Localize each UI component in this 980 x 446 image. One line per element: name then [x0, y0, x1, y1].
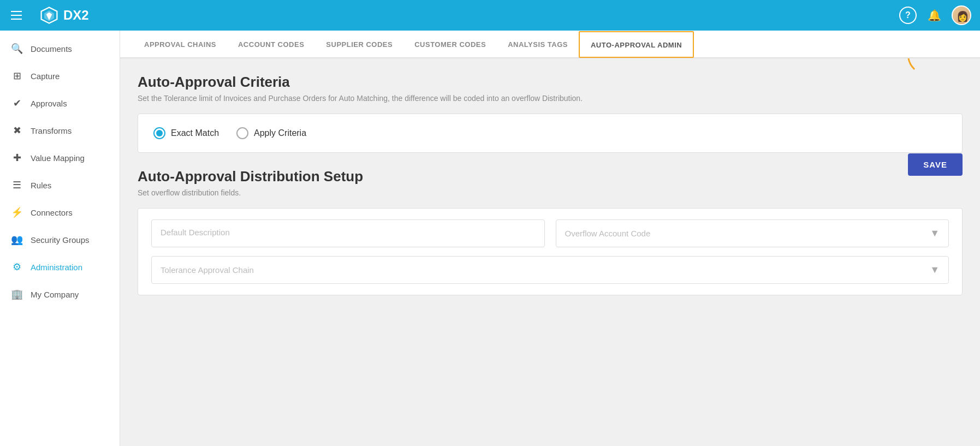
app-logo: DX2 — [39, 5, 89, 25]
sidebar-item-value-mapping[interactable]: ✚ Value Mapping — [0, 144, 120, 171]
value-mapping-icon: ✚ — [11, 152, 23, 164]
sidebar-item-documents[interactable]: 🔍 Documents — [0, 35, 120, 62]
sidebar-label-capture: Capture — [31, 72, 60, 81]
sidebar-label-rules: Rules — [31, 181, 51, 190]
save-button[interactable]: SAVE — [908, 153, 963, 176]
tab-analysis-tags[interactable]: ANALYSIS TAGS — [497, 31, 579, 58]
sidebar-item-connectors[interactable]: ⚡ Connectors — [0, 199, 120, 226]
sidebar-label-transforms: Transforms — [31, 126, 72, 135]
page-content: SAVE Auto-Approval Criteria Set the Tole… — [120, 58, 980, 446]
hamburger-menu[interactable] — [9, 9, 24, 22]
approvals-icon: ✔ — [11, 97, 23, 109]
apply-criteria-label: Apply Criteria — [254, 128, 306, 138]
sidebar: 🔍 Documents ⊞ Capture ✔ Approvals ✖ Tran… — [0, 31, 120, 446]
sidebar-item-administration[interactable]: ⚙ Administration — [0, 253, 120, 281]
sidebar-label-my-company: My Company — [31, 290, 79, 299]
sidebar-label-administration: Administration — [31, 263, 82, 272]
criteria-radio-group: Exact Match Apply Criteria — [153, 127, 947, 139]
apply-criteria-option[interactable]: Apply Criteria — [236, 127, 306, 139]
administration-icon: ⚙ — [11, 261, 23, 273]
sidebar-item-transforms[interactable]: ✖ Transforms — [0, 117, 120, 144]
tolerance-chain-field[interactable]: Tolerance Approval Chain ▼ — [151, 256, 949, 284]
sidebar-label-security-groups: Security Groups — [31, 235, 90, 245]
criteria-subtitle: Set the Tolerance limit of Invoices and … — [138, 94, 963, 103]
tab-approval-chains[interactable]: APPROVAL CHAINS — [133, 31, 227, 58]
sidebar-item-rules[interactable]: ☰ Rules — [0, 171, 120, 199]
sidebar-item-security-groups[interactable]: 👥 Security Groups — [0, 226, 120, 253]
notifications-button[interactable]: 🔔 — [925, 7, 943, 24]
transforms-icon: ✖ — [11, 124, 23, 136]
top-navigation: DX2 ? 🔔 👩 — [0, 0, 980, 31]
help-button[interactable]: ? — [899, 7, 917, 24]
documents-icon: 🔍 — [11, 43, 23, 55]
rules-icon: ☰ — [11, 179, 23, 191]
sidebar-label-connectors: Connectors — [31, 208, 73, 217]
logo-icon — [39, 5, 59, 25]
user-avatar[interactable]: 👩 — [952, 5, 971, 25]
tolerance-chain-dropdown-arrow: ▼ — [930, 264, 940, 276]
logo-text: DX2 — [63, 8, 89, 23]
tab-auto-approval-admin[interactable]: AUTO-APPROVAL ADMIN — [579, 31, 694, 58]
sidebar-label-documents: Documents — [31, 44, 72, 53]
sidebar-item-capture[interactable]: ⊞ Capture — [0, 62, 120, 90]
tolerance-chain-placeholder: Tolerance Approval Chain — [161, 265, 254, 275]
exact-match-option[interactable]: Exact Match — [153, 127, 219, 139]
capture-icon: ⊞ — [11, 70, 23, 82]
tab-account-codes[interactable]: ACCOUNT CODES — [227, 31, 315, 58]
criteria-section-header: Auto-Approval Criteria Set the Tolerance… — [138, 74, 963, 103]
tab-supplier-codes[interactable]: SUPPLIER CODES — [315, 31, 403, 58]
my-company-icon: 🏢 — [11, 288, 23, 300]
tabs-bar: APPROVAL CHAINS ACCOUNT CODES SUPPLIER C… — [120, 31, 980, 58]
overflow-account-placeholder: Overflow Account Code — [565, 229, 651, 238]
topnav-actions: ? 🔔 👩 — [899, 5, 971, 25]
criteria-card: Exact Match Apply Criteria — [138, 114, 963, 153]
sidebar-label-approvals: Approvals — [31, 99, 67, 108]
connectors-icon: ⚡ — [11, 206, 23, 218]
distribution-title: Auto-Approval Distribution Setup — [138, 168, 963, 185]
sidebar-item-my-company[interactable]: 🏢 My Company — [0, 281, 120, 308]
default-description-field[interactable]: Default Description — [151, 219, 545, 247]
distribution-section-header: Auto-Approval Distribution Setup Set ove… — [138, 168, 963, 197]
exact-match-radio[interactable] — [153, 127, 165, 139]
apply-criteria-radio[interactable] — [236, 127, 248, 139]
sidebar-label-value-mapping: Value Mapping — [31, 153, 85, 163]
exact-match-label: Exact Match — [171, 128, 219, 138]
tab-customer-codes[interactable]: CUSTOMER CODES — [403, 31, 497, 58]
sidebar-item-approvals[interactable]: ✔ Approvals — [0, 90, 120, 117]
security-groups-icon: 👥 — [11, 234, 23, 246]
distribution-card: Default Description Overflow Account Cod… — [138, 208, 963, 295]
default-description-placeholder: Default Description — [161, 228, 230, 237]
distribution-row-1: Default Description Overflow Account Cod… — [151, 219, 949, 247]
criteria-title: Auto-Approval Criteria — [138, 74, 963, 91]
overflow-account-code-field[interactable]: Overflow Account Code ▼ — [556, 219, 949, 247]
distribution-subtitle: Set overflow distribution fields. — [138, 188, 963, 197]
overflow-account-dropdown-arrow: ▼ — [930, 228, 940, 239]
